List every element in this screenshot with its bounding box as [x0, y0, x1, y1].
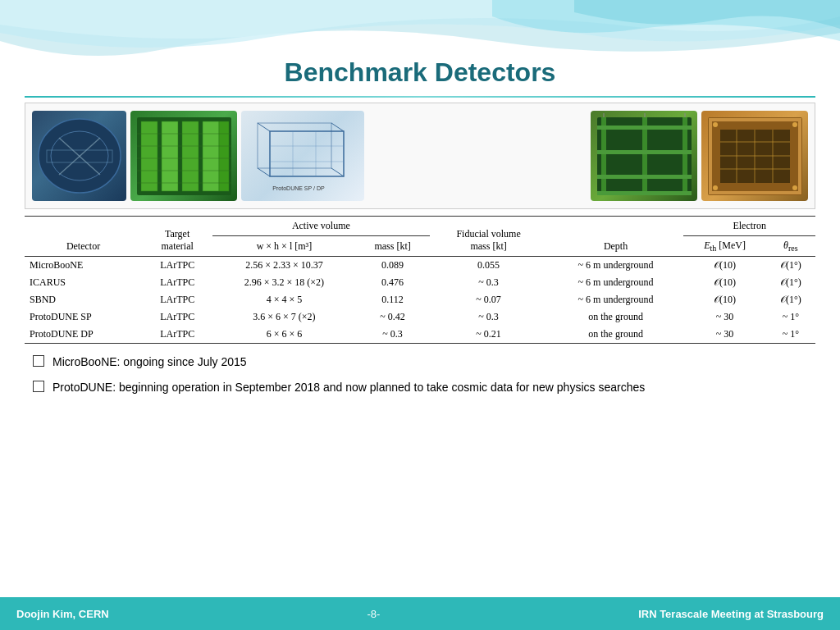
- bullet-checkbox: [33, 355, 44, 367]
- right-detector-images: [591, 111, 808, 201]
- table-row: SBND: [25, 291, 142, 308]
- col-header-electron: Electron: [683, 217, 815, 236]
- protodune-dp-image: [701, 111, 808, 201]
- col-header-target: Targetmaterial: [142, 217, 212, 257]
- svg-rect-9: [203, 121, 219, 191]
- footer: Doojin Kim, CERN -8- IRN Terascale Meeti…: [0, 597, 840, 630]
- col-header-detector: Detector: [25, 217, 142, 257]
- svg-line-21: [331, 168, 344, 176]
- svg-line-18: [258, 123, 270, 131]
- svg-rect-7: [162, 121, 178, 191]
- col-header-fiducial: Fiducial volumemass [kt]: [430, 217, 548, 257]
- bullets-section: MicroBooNE: ongoing since July 2015 Prot…: [33, 354, 807, 404]
- svg-text:ProtoDUNE SP / DP: ProtoDUNE SP / DP: [272, 185, 325, 191]
- svg-rect-16: [270, 131, 344, 176]
- microboone-detector-image: [32, 111, 126, 201]
- icarus-detector-image: [130, 111, 237, 201]
- svg-point-49: [713, 185, 718, 190]
- page-title: Benchmark Detectors: [33, 57, 807, 88]
- bullet-item: MicroBooNE: ongoing since July 2015: [33, 354, 807, 371]
- col-header-eth: Eth [MeV]: [683, 236, 765, 257]
- bullet-item: ProtoDUNE: beginning operation in Septem…: [33, 379, 807, 396]
- detectors-table: Detector Targetmaterial Active volume Fi…: [25, 216, 815, 344]
- col-header-active-volume: Active volume: [212, 217, 429, 236]
- table-row: ProtoDUNE DP: [25, 326, 142, 344]
- title-separator: [25, 96, 815, 98]
- svg-line-19: [331, 123, 344, 131]
- svg-rect-31: [597, 126, 692, 130]
- bullet-checkbox: [33, 381, 44, 392]
- bullet-text: ProtoDUNE: beginning operation in Septem…: [52, 379, 645, 396]
- svg-point-50: [792, 185, 797, 190]
- svg-rect-32: [597, 150, 692, 154]
- svg-rect-33: [597, 175, 692, 179]
- table-row: ICARUS: [25, 274, 142, 291]
- svg-line-20: [258, 168, 270, 176]
- svg-rect-34: [597, 191, 692, 195]
- footer-author: Doojin Kim, CERN: [16, 608, 109, 620]
- svg-rect-6: [141, 121, 158, 191]
- svg-point-48: [792, 122, 797, 127]
- table-row: ProtoDUNE SP: [25, 308, 142, 326]
- left-detector-images: ProtoDUNE SP / DP: [32, 111, 364, 201]
- title-area: Benchmark Detectors: [0, 0, 840, 96]
- sbnd-detector-image: ProtoDUNE SP / DP: [241, 111, 364, 201]
- col-header-mass: mass [kt]: [356, 236, 430, 257]
- svg-rect-8: [182, 121, 199, 191]
- main-content: Benchmark Detectors: [0, 0, 840, 597]
- bullet-text: MicroBooNE: ongoing since July 2015: [52, 354, 247, 371]
- col-header-dims: w × h × l [m³]: [212, 236, 355, 257]
- svg-rect-10: [219, 121, 229, 191]
- table-row: MicroBooNE: [25, 257, 142, 275]
- col-header-theta: θres: [766, 236, 815, 257]
- footer-conference: IRN Terascale Meeting at Strasbourg: [638, 608, 824, 620]
- col-header-depth: Depth: [548, 217, 684, 257]
- svg-point-47: [713, 122, 718, 127]
- protodune-sp-image: [591, 111, 697, 201]
- footer-page: -8-: [367, 608, 380, 620]
- detectors-images: ProtoDUNE SP / DP: [25, 103, 815, 209]
